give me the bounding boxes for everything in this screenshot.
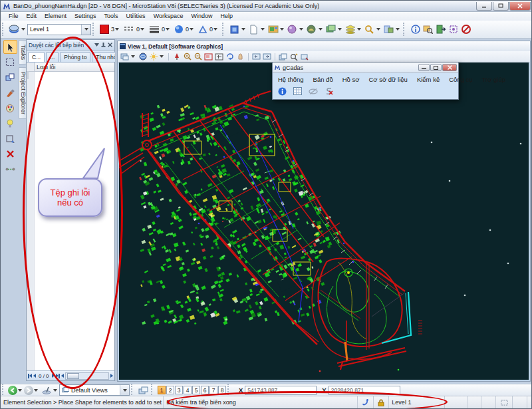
toolbar-grip[interactable]: [2, 384, 6, 397]
hscrollbar[interactable]: [65, 372, 109, 380]
display-mode-arrow[interactable]: [131, 55, 135, 58]
gcadas-restore-button[interactable]: [430, 64, 442, 71]
view-render-icon[interactable]: [289, 52, 299, 61]
no-sign-icon[interactable]: [460, 23, 472, 36]
line-style-picker[interactable]: 0: [122, 24, 148, 35]
fence-icon[interactable]: [447, 23, 460, 36]
pan-view-icon[interactable]: [235, 52, 245, 61]
window-area-icon[interactable]: [203, 52, 213, 61]
new-file-icon[interactable]: [247, 23, 260, 36]
close-button[interactable]: [509, 2, 531, 11]
back-dropdown-arrow[interactable]: [18, 389, 22, 392]
zoom-dropdown-arrow[interactable]: [376, 28, 380, 31]
toolbar-grip[interactable]: [222, 23, 226, 36]
toolbar-grip[interactable]: [92, 23, 96, 36]
view-toggle-1[interactable]: 1: [158, 386, 166, 394]
saved-views-dropdown-arrow[interactable]: [338, 28, 342, 31]
view-toggle-6[interactable]: 6: [201, 386, 209, 394]
level-combo-arrow[interactable]: [81, 25, 90, 35]
cascade-views-icon[interactable]: [137, 384, 150, 396]
dgn-cache-cell[interactable]: [527, 396, 532, 408]
models-icon[interactable]: [228, 23, 241, 36]
zoom-search-icon[interactable]: [363, 23, 376, 36]
grid-body[interactable]: [27, 72, 114, 370]
gcadas-stop-check-icon[interactable]: [325, 87, 333, 96]
element-info-icon[interactable]: [409, 23, 422, 36]
forward-dropdown-arrow[interactable]: [34, 389, 38, 392]
back-button[interactable]: [8, 386, 17, 395]
color-dropdown-arrow[interactable]: [115, 28, 119, 31]
references-dropdown-arrow[interactable]: [280, 28, 284, 31]
toolbar-grip[interactable]: [227, 384, 231, 397]
view-group-arrow[interactable]: [120, 385, 129, 395]
view-toggle-7[interactable]: 7: [209, 386, 217, 394]
view-previous-icon[interactable]: [251, 52, 261, 61]
view-display-mode-icon[interactable]: [120, 52, 130, 61]
menu-window[interactable]: Window: [187, 12, 216, 21]
view-group-tool-icon[interactable]: [40, 384, 53, 396]
element-selection-tool[interactable]: [3, 40, 17, 54]
selection-set-cell[interactable]: [496, 396, 513, 408]
menu-edit[interactable]: Edit: [23, 12, 41, 21]
hscroll-thumb[interactable]: [67, 373, 79, 379]
point-clouds-dropdown-arrow[interactable]: [319, 28, 323, 31]
view-adjust-icon[interactable]: [138, 52, 148, 61]
levels-icon[interactable]: [344, 23, 356, 36]
gcadas-menu-database[interactable]: Cơ sở dữ liệu: [368, 76, 407, 83]
gcadas-menu-map[interactable]: Bản đồ: [313, 76, 333, 83]
nav-last-button[interactable]: [56, 374, 60, 378]
view-title-bar[interactable]: View 1, Default [Software Graphics]: [118, 41, 530, 51]
groups-tool[interactable]: [3, 132, 17, 146]
gcadas-menu-tools[interactable]: Công cụ: [449, 76, 472, 83]
nav-next-button[interactable]: [52, 374, 55, 378]
rotate-view-icon[interactable]: [225, 52, 235, 61]
raster-dropdown-arrow[interactable]: [299, 28, 303, 31]
levels-dropdown-arrow[interactable]: [357, 28, 361, 31]
snap-mode-cell[interactable]: [358, 396, 374, 408]
explorer-icon[interactable]: [382, 23, 395, 36]
update-view-icon[interactable]: [172, 52, 182, 61]
gcadas-close-button[interactable]: [442, 64, 457, 71]
locks-cell[interactable]: [374, 396, 390, 408]
nav-first-button[interactable]: [28, 374, 32, 378]
delete-element-tool[interactable]: [3, 147, 17, 161]
file-dropdown-arrow[interactable]: [261, 28, 265, 31]
view-group-combo[interactable]: Default Views: [59, 384, 130, 396]
x-coordinate-field[interactable]: 541743.887: [245, 386, 317, 395]
panel-close-icon[interactable]: [108, 43, 112, 47]
menu-settings[interactable]: Settings: [70, 12, 100, 21]
zoom-in-icon[interactable]: [182, 52, 192, 61]
view-attributes-tool[interactable]: [3, 116, 17, 130]
menu-tools[interactable]: Tools: [100, 12, 122, 21]
grid-column-error-type[interactable]: Loại lỗi: [35, 64, 56, 70]
panel-tab-2[interactable]: ...: [46, 52, 59, 62]
menu-help[interactable]: Help: [217, 12, 237, 21]
color-picker[interactable]: 3: [98, 24, 122, 35]
menu-utilities[interactable]: Utilities: [122, 12, 150, 21]
menu-workspace[interactable]: Workspace: [150, 12, 188, 21]
gcadas-table-icon[interactable]: [293, 87, 302, 96]
gcadas-title-bar[interactable]: gCadas: [273, 63, 458, 73]
view-brightness-icon[interactable]: [148, 52, 158, 61]
view-toggle-4[interactable]: 4: [184, 386, 192, 394]
nav-prev-button[interactable]: [33, 374, 36, 378]
zoom-out-icon[interactable]: [193, 52, 203, 61]
toolbar-grip[interactable]: [131, 384, 135, 397]
point-clouds-icon[interactable]: [305, 23, 318, 36]
gcadas-menu-help[interactable]: Trợ giúp: [482, 76, 505, 83]
transparency-picker[interactable]: 0: [173, 24, 197, 35]
view-toggle-2[interactable]: 2: [166, 386, 174, 394]
hscroll-left-button[interactable]: [61, 374, 64, 378]
minimize-button[interactable]: [476, 2, 492, 11]
exit-icon[interactable]: [434, 23, 447, 36]
change-attributes-tool[interactable]: [3, 101, 17, 115]
priority-dropdown-arrow[interactable]: [213, 28, 217, 31]
drawing-area[interactable]: [118, 63, 530, 381]
gcadas-menu-system[interactable]: Hệ thống: [278, 76, 304, 83]
active-level-cell[interactable]: Level 1: [389, 396, 445, 408]
line-weight-picker[interactable]: 0: [148, 24, 173, 35]
weight-dropdown-arrow[interactable]: [166, 28, 170, 31]
measure-tool[interactable]: [3, 162, 17, 176]
toolbar-grip[interactable]: [2, 23, 6, 36]
transparency-dropdown-arrow[interactable]: [190, 28, 194, 31]
